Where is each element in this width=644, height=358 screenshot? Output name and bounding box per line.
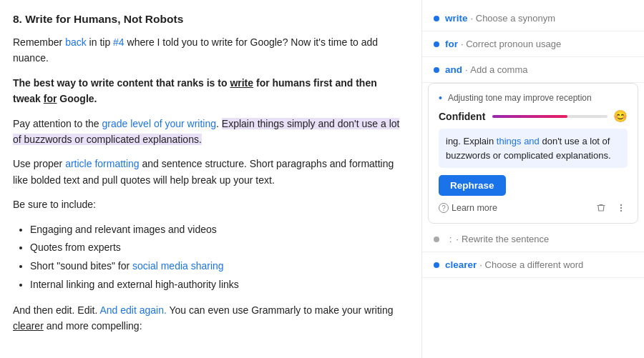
svg-point-2	[620, 210, 622, 212]
suggestion-desc-and: ·	[465, 64, 470, 75]
card-snippet: ing. Explain things and don't use a lot …	[439, 129, 628, 168]
rewrite-desc: Rewrite the sentence	[462, 234, 549, 244]
suggestions-panel: write · Choose a synonym for · Correct p…	[422, 0, 644, 358]
suggestion-text-clearer: Choose a different word	[485, 259, 584, 270]
grade-level-link[interactable]: grade level of your writing	[102, 118, 217, 129]
suggestion-clearer[interactable]: clearer · Choose a different word	[422, 252, 644, 278]
learn-more-text: Learn more	[452, 203, 497, 213]
list-item: Short "sound bites" for social media sha…	[30, 258, 401, 275]
article-para-5: Be sure to include:	[13, 197, 401, 212]
clearer-underline: clearer	[13, 320, 44, 332]
more-options-button[interactable]	[615, 202, 628, 214]
trash-icon-button[interactable]	[595, 202, 608, 214]
tone-suggestion-card: Adjusting tone may improve reception Con…	[428, 83, 638, 224]
card-header: Adjusting tone may improve reception	[439, 92, 628, 104]
article-formatting-link[interactable]: article formatting	[65, 158, 139, 169]
suggestion-text-write: Choose a synonym	[476, 13, 555, 24]
tip-link[interactable]: #4	[113, 36, 125, 48]
suggestion-write[interactable]: write · Choose a synonym	[422, 6, 644, 31]
edit-again-link[interactable]: And edit again.	[99, 304, 166, 316]
suggestion-rewrite[interactable]: : · Rewrite the sentence	[422, 227, 644, 252]
list-item: Quotes from experts	[30, 239, 401, 257]
suggestion-text-for: Correct pronoun usage	[466, 39, 561, 49]
write-underline: write	[230, 77, 253, 89]
snippet-highlight: things and	[497, 136, 540, 146]
suggestion-word-for: for	[445, 39, 458, 49]
article-heading: 8. Write for Humans, Not Robots	[13, 13, 401, 26]
dot-icon	[434, 67, 439, 73]
article-para-1: Remember back in tip #4 where I told you…	[13, 34, 401, 66]
article-para-2: The best way to write content that ranks…	[13, 75, 401, 107]
dot-icon	[434, 41, 439, 47]
suggestion-for[interactable]: for · Correct pronoun usage	[422, 31, 644, 57]
tone-label: Confident	[439, 111, 485, 122]
back-link[interactable]: back	[65, 36, 87, 48]
suggestion-word-and: and	[445, 64, 462, 75]
article-list: Engaging and relevant images and videos …	[30, 222, 401, 294]
dot-icon	[434, 16, 439, 21]
article-para-4: Use proper article formatting and senten…	[13, 156, 401, 188]
list-item: Internal linking and external high-autho…	[30, 277, 401, 294]
suggestion-text-and: Add a comma	[470, 64, 527, 75]
tone-bar	[492, 115, 608, 118]
tone-emoji: 😊	[613, 109, 628, 123]
dot-gray-icon	[434, 237, 439, 242]
card-footer: ? Learn more	[439, 202, 628, 214]
svg-point-0	[620, 204, 622, 206]
learn-more-link[interactable]: ? Learn more	[439, 203, 497, 213]
for-underline: for	[44, 93, 57, 104]
info-icon: ?	[439, 203, 449, 213]
tone-row: Confident 😊	[439, 109, 628, 123]
suggestion-and[interactable]: and · Add a comma	[422, 57, 644, 83]
rephrase-button[interactable]: Rephrase	[439, 175, 506, 196]
svg-point-1	[620, 207, 622, 209]
suggestion-desc-write: ·	[471, 13, 476, 24]
snippet-before: ing. Explain	[446, 136, 497, 146]
article-para-3: Pay attention to the grade level of your…	[13, 116, 401, 148]
suggestion-word-clearer: clearer	[445, 259, 477, 270]
suggestion-desc-clearer: ·	[479, 259, 484, 270]
article-content: 8. Write for Humans, Not Robots Remember…	[0, 0, 422, 358]
separator-dot: ·	[456, 234, 459, 244]
suggestion-word-write: write	[445, 13, 468, 24]
social-media-link[interactable]: social media sharing	[132, 260, 224, 272]
suggestion-desc-for: ·	[461, 39, 466, 49]
card-footer-icons	[595, 202, 628, 214]
list-item: Engaging and relevant images and videos	[30, 222, 401, 239]
card-header-text: Adjusting tone may improve reception	[448, 93, 592, 103]
article-para-6: And then edit. Edit. And edit again. You…	[13, 302, 401, 334]
tone-bar-fill	[492, 115, 567, 118]
colon-symbol: :	[449, 234, 452, 244]
dot-icon	[434, 262, 439, 268]
